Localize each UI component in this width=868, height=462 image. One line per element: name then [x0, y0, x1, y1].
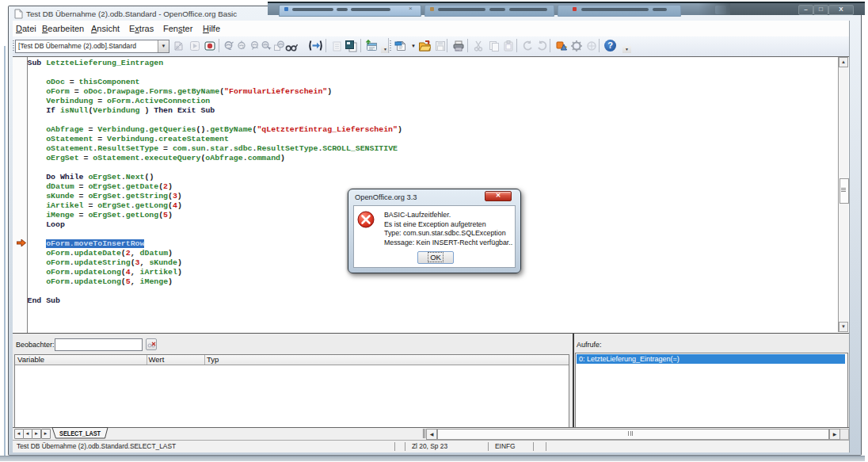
- svg-text:SELECT_LAST: SELECT_LAST: [59, 430, 101, 437]
